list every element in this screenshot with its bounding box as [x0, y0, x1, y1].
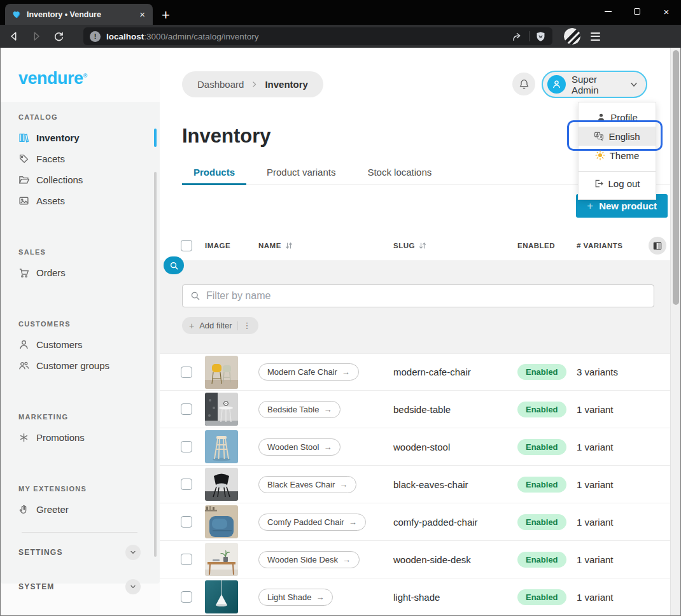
menu-separator — [579, 171, 656, 172]
divider — [529, 31, 530, 41]
row-checkbox[interactable] — [181, 441, 192, 452]
product-slug: light-shade — [393, 592, 517, 603]
row-checkbox[interactable] — [181, 516, 192, 528]
sidebar-item-orders[interactable]: Orders — [1, 262, 160, 283]
table-header-row: IMAGE NAME SLUG ENABLED # VARIANTS — [160, 231, 670, 260]
sidebar-item-collections[interactable]: Collections — [1, 169, 160, 190]
users-icon — [18, 360, 29, 371]
product-name-chip[interactable]: Wooden Stool→ — [258, 438, 340, 456]
column-header-name[interactable]: NAME — [258, 242, 393, 249]
menu-item-language[interactable]: English — [579, 127, 656, 146]
settings-expand-button[interactable] — [125, 545, 141, 560]
row-checkbox[interactable] — [181, 554, 192, 565]
tab-close-icon[interactable]: × — [138, 10, 146, 19]
breadcrumb-dashboard[interactable]: Dashboard — [197, 79, 244, 90]
product-name-chip[interactable]: Wooden Side Desk→ — [258, 551, 360, 568]
new-tab-button[interactable]: + — [162, 8, 170, 22]
window-close-button[interactable]: × — [652, 0, 681, 24]
sidebar-item-assets[interactable]: Assets — [1, 190, 160, 211]
kebab-menu-icon[interactable]: ⋮ — [243, 321, 251, 330]
menu-item-logout[interactable]: Log out — [579, 174, 656, 193]
row-checkbox[interactable] — [181, 403, 192, 415]
tab-stock-locations[interactable]: Stock locations — [356, 167, 443, 185]
sidebar-item-label: Facets — [36, 153, 65, 164]
tab-products[interactable]: Products — [182, 167, 246, 185]
product-slug: modern-cafe-chair — [393, 367, 517, 377]
product-thumbnail[interactable] — [205, 393, 238, 426]
product-slug: black-eaves-chair — [393, 479, 517, 490]
sidebar-nav: CATALOG Inventory Facets Collections Ass… — [1, 102, 160, 584]
menu-item-profile[interactable]: Profile — [579, 108, 656, 127]
maximize-button[interactable] — [622, 0, 652, 24]
product-thumbnail[interactable] — [205, 356, 238, 389]
main-content: Dashboard Inventory Super Admin P — [160, 48, 670, 615]
product-thumbnail[interactable] — [205, 505, 238, 538]
sidebar-section-system[interactable]: SYSTEM — [1, 572, 160, 601]
status-badge: Enabled — [517, 439, 566, 455]
asterisk-icon — [18, 432, 29, 443]
bell-icon — [518, 78, 530, 90]
share-icon[interactable] — [511, 31, 523, 43]
tab-title: Inventory • Vendure — [27, 10, 133, 19]
arrow-right-icon: → — [349, 517, 357, 527]
browser-profile-avatar[interactable] — [564, 28, 580, 45]
back-button[interactable] — [6, 28, 22, 45]
minimize-button[interactable] — [593, 0, 622, 24]
sidebar-item-promotions[interactable]: Promotions — [1, 427, 160, 448]
brave-shield-icon[interactable] — [535, 31, 546, 43]
table-row: Light Shade→ light-shade Enabled 1 varia… — [160, 578, 670, 615]
arrow-right-icon: → — [323, 405, 332, 414]
browser-titlebar: Inventory • Vendure × + × — [0, 0, 681, 25]
column-header-slug[interactable]: SLUG — [393, 242, 517, 249]
product-name-chip[interactable]: Black Eaves Chair→ — [258, 476, 356, 493]
product-thumbnail[interactable] — [205, 580, 238, 613]
sidebar-item-label: Inventory — [36, 132, 80, 143]
tab-product-variants[interactable]: Product variants — [255, 167, 347, 185]
product-name-chip[interactable]: Bedside Table→ — [258, 401, 340, 418]
product-name-chip[interactable]: Comfy Padded Chair→ — [258, 514, 366, 531]
product-name-chip[interactable]: Modern Cafe Chair→ — [258, 363, 359, 381]
row-checkbox[interactable] — [181, 591, 192, 603]
site-info-icon[interactable]: ! — [90, 31, 101, 42]
filter-input[interactable] — [206, 290, 646, 302]
product-name-chip[interactable]: Light Shade→ — [258, 589, 333, 606]
forward-button[interactable] — [28, 28, 45, 45]
product-thumbnail[interactable] — [205, 430, 238, 463]
browser-menu-button[interactable] — [591, 32, 600, 41]
user-menu-button[interactable]: Super Admin — [542, 71, 647, 98]
product-slug: wooden-side-desk — [393, 554, 517, 565]
page-scrollbar[interactable] — [670, 48, 680, 615]
plus-icon: + — [189, 321, 194, 331]
sidebar-item-greeter[interactable]: Greeter — [1, 499, 160, 520]
sidebar-item-customers[interactable]: Customers — [1, 334, 160, 355]
row-checkbox[interactable] — [181, 479, 192, 490]
chevron-down-icon — [129, 583, 137, 591]
folder-icon — [18, 174, 29, 185]
plus-icon: + — [587, 200, 593, 213]
sidebar-item-customer-groups[interactable]: Customer groups — [1, 355, 160, 376]
product-thumbnail[interactable] — [205, 543, 238, 576]
chevron-down-icon — [129, 549, 137, 556]
reload-button[interactable] — [50, 28, 67, 45]
system-expand-button[interactable] — [125, 579, 141, 594]
url-bar[interactable]: ! localhost:3000/admin/catalog/inventory — [83, 27, 552, 45]
chevron-right-icon — [250, 80, 258, 88]
sidebar-scrollbar-thumb[interactable] — [154, 172, 157, 557]
vendure-logo[interactable]: vendure® — [1, 48, 160, 102]
sidebar-item-inventory[interactable]: Inventory — [1, 127, 160, 148]
row-checkbox[interactable] — [181, 367, 192, 378]
arrow-right-icon: → — [339, 480, 348, 489]
breadcrumb-inventory[interactable]: Inventory — [265, 79, 308, 90]
column-settings-button[interactable] — [649, 237, 666, 255]
notifications-button[interactable] — [512, 73, 535, 95]
sidebar-item-facets[interactable]: Facets — [1, 148, 160, 169]
toggle-search-button[interactable] — [164, 256, 184, 274]
sidebar-section-settings[interactable]: SETTINGS — [1, 538, 160, 567]
add-filter-button[interactable]: + Add filter ⋮ — [182, 317, 258, 334]
select-all-checkbox[interactable] — [181, 240, 192, 251]
menu-item-theme[interactable]: Theme — [579, 146, 656, 165]
browser-tab[interactable]: Inventory • Vendure × — [5, 4, 153, 25]
product-thumbnail[interactable] — [205, 468, 238, 501]
sidebar-divider — [22, 532, 137, 533]
page-scrollbar-thumb[interactable] — [673, 50, 679, 305]
